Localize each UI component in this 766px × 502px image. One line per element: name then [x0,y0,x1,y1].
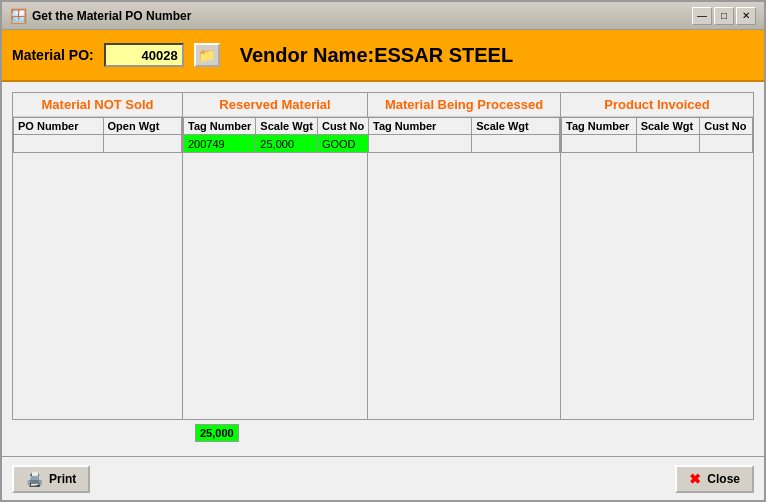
processing-header: Material Being Processed [368,93,560,117]
invoiced-empty-row [562,135,753,153]
invoiced-col-scale: Scale Wgt [636,118,700,135]
po-search-button[interactable]: 📁 [194,43,220,67]
window-icon: 🪟 [10,8,26,24]
window-controls: — □ ✕ [692,7,756,25]
invoiced-col-tag: Tag Number [562,118,637,135]
close-button[interactable]: ✖ Close [675,465,754,493]
invoiced-header: Product Invoiced [561,93,753,117]
invoiced-col-cust: Cust No [700,118,753,135]
not-sold-col-po: PO Number [14,118,104,135]
reserved-total: 25,000 [195,424,239,442]
toolbar: Material PO: 📁 Vendor Name:ESSAR STEEL [2,30,764,82]
section-processing: Material Being Processed Tag Number Scal… [368,93,561,419]
main-window: 🪟 Get the Material PO Number — □ ✕ Mater… [0,0,766,502]
processing-col-scale: Scale Wgt [472,118,560,135]
minimize-button[interactable]: — [692,7,712,25]
maximize-button[interactable]: □ [714,7,734,25]
section-reserved: Reserved Material Tag Number Scale Wgt C… [183,93,368,419]
invoiced-table: Tag Number Scale Wgt Cust No [561,117,753,153]
sections-container: Material NOT Sold PO Number Open Wgt [12,92,754,420]
print-button[interactable]: 🖨️ Print [12,465,90,493]
reserved-row-1: 200749 25,000 GOOD [184,135,369,153]
not-sold-empty-row [14,135,182,153]
reserved-col-cust: Cust No [317,118,368,135]
reserved-row-1-tag: 200749 [184,135,256,153]
close-window-button[interactable]: ✕ [736,7,756,25]
vendor-value: ESSAR STEEL [374,44,513,66]
po-label: Material PO: [12,47,94,63]
section-not-sold: Material NOT Sold PO Number Open Wgt [13,93,183,419]
vendor-name-display: Vendor Name:ESSAR STEEL [240,44,513,67]
processing-col-tag: Tag Number [369,118,472,135]
vendor-label: Vendor Name: [240,44,374,66]
print-icon: 🖨️ [26,471,43,487]
processing-table: Tag Number Scale Wgt [368,117,560,153]
title-bar: 🪟 Get the Material PO Number — □ ✕ [2,2,764,30]
close-icon: ✖ [689,471,701,487]
reserved-row-1-cust: GOOD [317,135,368,153]
reserved-row-1-scale: 25,000 [256,135,318,153]
reserved-table: Tag Number Scale Wgt Cust No 200749 25,0… [183,117,369,153]
window-title: Get the Material PO Number [32,9,692,23]
reserved-col-scale: Scale Wgt [256,118,318,135]
footer: 🖨️ Print ✖ Close [2,456,764,500]
total-area: 25,000 [12,424,754,446]
close-label: Close [707,472,740,486]
not-sold-header: Material NOT Sold [13,93,182,117]
not-sold-table: PO Number Open Wgt [13,117,182,153]
po-input[interactable] [104,43,184,67]
not-sold-col-wgt: Open Wgt [103,118,181,135]
section-invoiced: Product Invoiced Tag Number Scale Wgt Cu… [561,93,753,419]
main-content: Material NOT Sold PO Number Open Wgt [2,82,764,456]
print-label: Print [49,472,76,486]
folder-icon: 📁 [198,47,215,63]
reserved-col-tag: Tag Number [184,118,256,135]
reserved-header: Reserved Material [183,93,367,117]
processing-empty-row [369,135,560,153]
